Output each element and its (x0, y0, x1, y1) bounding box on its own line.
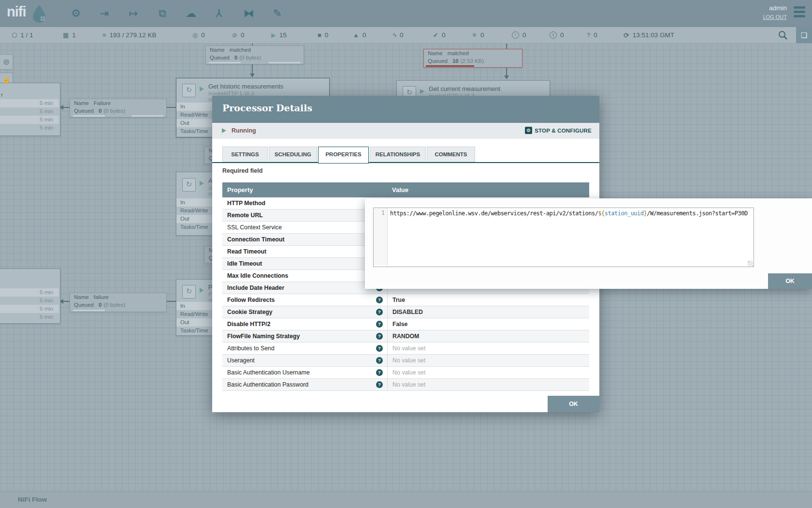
invalid-components-icon: ▲ (353, 31, 359, 39)
stat-window-value: 5 min (0, 107, 59, 116)
help-icon[interactable]: ? (376, 297, 383, 303)
property-name: Read Timeout (227, 246, 266, 257)
queued-data-count: 193 / 279.12 KB (110, 31, 157, 39)
running-icon (200, 288, 204, 293)
property-row: Follow Redirects?True (222, 294, 589, 306)
remote-process-group-icon[interactable]: ☁ (183, 5, 199, 22)
tab-scheduling[interactable]: SCHEDULING (269, 147, 317, 162)
help-icon[interactable]: ? (376, 309, 383, 315)
connection-label-failure-bottom[interactable]: Namefailure Queued0(0 bytes) (70, 293, 167, 312)
stat-window-value: 5 min (0, 99, 59, 107)
breadcrumb-bar: NiFi Flow (0, 492, 812, 508)
value-cell: False (387, 318, 590, 330)
dialog-ok-button[interactable]: OK (548, 396, 599, 412)
connection-name-key: Name (74, 100, 89, 106)
global-menu-icon[interactable] (794, 6, 805, 20)
connection-name-value: failure (94, 294, 109, 300)
help-icon[interactable]: ? (376, 369, 383, 376)
last-refreshed-time: 13:51:03 GMT (633, 31, 674, 39)
flow-settings-button[interactable]: ❏ (796, 27, 812, 43)
birdseye-icon: ◎ (3, 58, 9, 65)
property-name: FlowFile Naming Strategy (227, 330, 300, 342)
status-item-locally-modified-stale-versioned: !0 (550, 27, 564, 43)
connection-label-matched-highlighted[interactable]: Namematched Queued10(2.53 KB) (423, 49, 522, 68)
output-port-icon[interactable]: ↦ (125, 5, 142, 22)
status-item-queued-data: ≡193 / 279.12 KB (102, 27, 156, 43)
tab-comments[interactable]: COMMENTS (427, 147, 475, 162)
navigate-palette-button[interactable]: ◎ (0, 54, 13, 70)
sync-failure-versioned-icon: ? (587, 31, 590, 39)
connection-queued-key: Queued (428, 58, 448, 64)
label-icon[interactable]: ✎ (269, 5, 286, 22)
locally-modified-versioned-count: 0 (480, 31, 484, 39)
sync-failure-versioned-count: 0 (594, 31, 597, 39)
status-item-last-refreshed: ⟳13:51:03 GMT (624, 27, 674, 43)
property-name: Idle Timeout (227, 258, 262, 269)
property-name: Attributes to Send (227, 343, 275, 354)
dialog-title: Processor Details (222, 103, 312, 113)
tab-settings[interactable]: SETTINGS (222, 147, 268, 162)
property-name: Follow Redirects (227, 294, 275, 306)
help-icon[interactable]: ? (376, 333, 383, 340)
stat-window-value: 5 min (0, 288, 59, 297)
value-cell: DISABLED (387, 306, 590, 318)
property-value: RANDOM (392, 330, 419, 342)
property-row: Basic Authentication Password?No value s… (222, 379, 589, 391)
connection-name-key: Name (210, 47, 225, 53)
value-cell: No value set (387, 379, 590, 390)
property-name: Useragent (227, 355, 255, 366)
properties-table-header: Property Value (222, 182, 589, 197)
status-item-invalid-components: ▲0 (353, 27, 366, 43)
refresh-icon[interactable]: ⟳ (624, 31, 629, 39)
process-group-icon[interactable]: ⧉ (154, 5, 171, 22)
top-toolbar: nifi ⚙⇥↦⧉☁⅄⧓✎ admin LOG OUT (0, 0, 812, 27)
processor-icon: ↻ (182, 178, 196, 192)
logout-link[interactable]: LOG OUT (763, 14, 787, 20)
editor-ok-button[interactable]: OK (768, 273, 812, 289)
stop-and-configure-button[interactable]: ⚙ STOP & CONFIGURE (525, 127, 592, 134)
queue-bar (209, 62, 241, 63)
funnel-icon[interactable]: ⅄ (211, 5, 227, 22)
help-icon[interactable]: ? (376, 381, 383, 388)
queue-bar (73, 310, 105, 311)
connection-arrow (504, 75, 509, 79)
queued-size: (0 bytes) (103, 302, 125, 308)
property-column-header: Property (227, 182, 253, 197)
connection-name-value: matched (448, 50, 469, 56)
url-suffix: /W/measurements.json?start=P30D (647, 210, 747, 217)
help-icon[interactable]: ? (376, 345, 383, 352)
property-name: Cookie Strategy (227, 306, 273, 318)
value-cell: No value set (387, 343, 590, 354)
running-icon (200, 181, 204, 186)
property-name: Connection Timeout (227, 234, 285, 245)
value-editor-textarea[interactable]: 1 https://www.pegelonline.wsv.de/webserv… (373, 208, 754, 267)
connection-label-matched[interactable]: Namematched Queued0(0 bytes) (205, 45, 304, 64)
connection-queued-key: Queued (74, 302, 94, 308)
processor-stats: 5 min5 min5 min5 min (0, 288, 59, 321)
breadcrumb[interactable]: NiFi Flow (18, 496, 47, 503)
stat-window-value: 5 min (0, 116, 59, 124)
stat-window-value: 5 min (0, 124, 59, 132)
value-column-header: Value (392, 182, 408, 197)
help-icon[interactable]: ? (376, 321, 383, 328)
connection-name-value: matched (230, 47, 251, 53)
dialog-tabs: SETTINGSSCHEDULINGPROPERTIESRELATIONSHIP… (212, 146, 599, 163)
stale-versioned-count: 0 (522, 31, 526, 39)
input-port-icon[interactable]: ⇥ (96, 5, 113, 22)
template-icon[interactable]: ⧓ (241, 5, 257, 22)
locally-modified-stale-versioned-count: 0 (560, 31, 564, 39)
url-prefix: https://www.pegelonline.wsv.de/webservic… (390, 210, 598, 217)
resize-handle-icon[interactable] (748, 261, 753, 266)
stop-and-configure-label: STOP & CONFIGURE (535, 128, 592, 134)
property-name: Remote URL (227, 209, 263, 221)
search-icon[interactable] (777, 30, 789, 41)
stale-versioned-icon: ↑ (512, 31, 519, 39)
tab-relationships[interactable]: RELATIONSHIPS (370, 147, 426, 162)
locally-modified-versioned-icon: ✳ (472, 31, 477, 39)
tab-properties[interactable]: PROPERTIES (318, 147, 369, 164)
status-item-stale-versioned: ↑0 (512, 27, 526, 43)
help-icon[interactable]: ? (376, 357, 383, 364)
connection-label-failure[interactable]: NameFailure Queued0(0 bytes) (70, 99, 167, 118)
connection-name-key: Name (74, 294, 89, 300)
processor-icon[interactable]: ⚙ (68, 5, 84, 22)
